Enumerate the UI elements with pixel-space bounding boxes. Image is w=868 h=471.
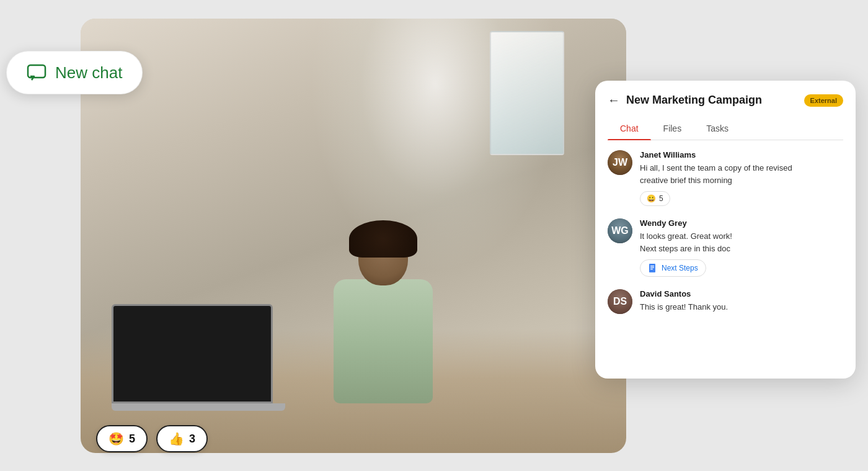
chat-title: New Marketing Campaign: [626, 94, 798, 107]
reaction-chip-janet[interactable]: 😀 5: [640, 191, 670, 206]
sender-janet: Janet Williams: [640, 150, 843, 159]
back-button[interactable]: ←: [608, 93, 620, 107]
message-wendy: WG Wendy Grey It looks great. Great work…: [608, 218, 843, 277]
message-content-janet: Janet Williams Hi all, I sent the team a…: [640, 150, 843, 206]
message-text-wendy: It looks great. Great work! Next steps a…: [640, 230, 843, 254]
new-chat-label: New chat: [55, 63, 122, 83]
avatar-shape-janet: JW: [608, 150, 632, 175]
chat-messages: JW Janet Williams Hi all, I sent the tea…: [595, 140, 856, 324]
reaction-star-eyes-count: 5: [129, 433, 135, 446]
reaction-count-janet: 5: [659, 194, 663, 203]
chat-tabs: Chat Files Tasks: [608, 117, 843, 140]
message-text-janet: Hi all, I sent the team a copy of the re…: [640, 162, 843, 186]
chat-bubble-icon: [27, 63, 46, 83]
svg-rect-1: [649, 264, 655, 272]
photo-background: [81, 19, 626, 453]
message-content-wendy: Wendy Grey It looks great. Great work! N…: [640, 218, 843, 277]
message-content-david: David Santos This is great! Thank you.: [640, 289, 843, 313]
reaction-thumbsup-count: 3: [189, 433, 195, 446]
laptop-screen: [112, 304, 273, 403]
person-hair: [349, 220, 417, 258]
laptop: [112, 304, 285, 416]
external-badge: External: [804, 94, 843, 107]
chat-header: ← New Marketing Campaign External Chat F…: [595, 81, 856, 140]
message-david: DS David Santos This is great! Thank you…: [608, 289, 843, 314]
scene: New chat ← New Marketing Campaign Extern…: [0, 0, 868, 471]
avatar-shape-wendy: WG: [608, 218, 632, 243]
tab-chat[interactable]: Chat: [608, 117, 651, 140]
person-head: [358, 230, 408, 285]
person-body: [334, 279, 433, 403]
avatar-shape-david: DS: [608, 289, 632, 314]
chat-header-top: ← New Marketing Campaign External: [608, 93, 843, 107]
reaction-thumbsup[interactable]: 👍 3: [156, 425, 208, 452]
tab-files[interactable]: Files: [651, 117, 694, 140]
doc-label-wendy: Next Steps: [662, 264, 698, 272]
person-figure: [334, 230, 433, 403]
reaction-star-eyes[interactable]: 🤩 5: [96, 425, 148, 452]
avatar-wendy: WG: [608, 218, 632, 243]
reaction-thumbsup-emoji: 👍: [169, 431, 184, 446]
docs-icon: [648, 263, 658, 273]
sender-wendy: Wendy Grey: [640, 218, 843, 228]
message-text-david: This is great! Thank you.: [640, 301, 843, 313]
reaction-star-eyes-emoji: 🤩: [108, 431, 124, 446]
tab-tasks[interactable]: Tasks: [694, 117, 741, 140]
laptop-base: [112, 403, 285, 411]
svg-rect-2: [650, 266, 654, 266]
svg-rect-4: [650, 269, 653, 269]
new-chat-bubble[interactable]: New chat: [6, 51, 143, 94]
reaction-emoji-janet: 😀: [647, 194, 656, 203]
sender-david: David Santos: [640, 289, 843, 298]
bottom-reactions: 🤩 5 👍 3: [96, 425, 208, 452]
message-janet: JW Janet Williams Hi all, I sent the tea…: [608, 150, 843, 206]
doc-chip-wendy[interactable]: Next Steps: [640, 259, 706, 277]
avatar-david: DS: [608, 289, 632, 314]
chat-panel: ← New Marketing Campaign External Chat F…: [595, 81, 856, 379]
window-element: [490, 31, 564, 155]
svg-rect-3: [650, 267, 654, 268]
avatar-janet: JW: [608, 150, 632, 175]
